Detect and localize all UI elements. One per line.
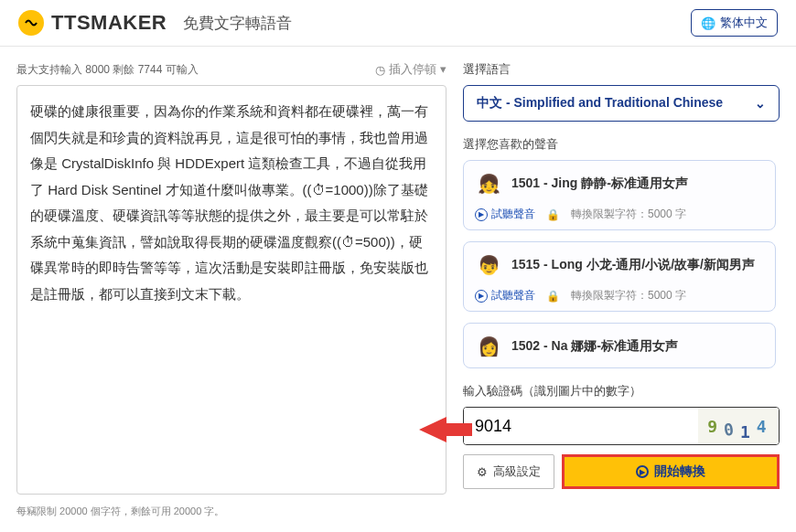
avatar: 👩 [475, 333, 502, 360]
globe-icon: 🌐 [701, 16, 715, 30]
clock-icon: ◷ [375, 63, 385, 77]
char-limit-text: 最大支持輸入 8000 剩餘 7744 可輸入 [16, 62, 199, 78]
highlight-arrow-icon [419, 413, 474, 446]
insert-pause-button[interactable]: ◷ 插入停頓 ▾ [375, 61, 446, 78]
play-icon: ▶ [475, 208, 488, 221]
brand-logo: TTSMAKER [18, 10, 167, 36]
captcha-digit: 0 [723, 419, 738, 440]
language-select-value: 中文 - Simplified and Traditional Chinese [477, 95, 723, 112]
logo-icon [18, 10, 44, 36]
voice-name: 1515 - Long 小龙-通用/小说/故事/新闻男声 [511, 257, 755, 273]
footer-limit-note: 每竊限制 20000 個字符，剩餘可用 20000 字。 [16, 505, 446, 518]
language-switch-label: 繁体中文 [720, 15, 768, 31]
lock-icon: 🔒 [546, 290, 560, 303]
language-switch-button[interactable]: 🌐 繁体中文 [691, 9, 778, 37]
preview-voice-button[interactable]: ▶ 試聽聲音 [475, 207, 535, 222]
sliders-icon: ⚙ [477, 465, 488, 479]
voice-char-limit: 轉換限製字符：5000 字 [571, 288, 686, 303]
captcha-image: 9 0 1 4 [698, 408, 779, 444]
advanced-settings-button[interactable]: ⚙ 高級設定 [463, 454, 554, 489]
avatar: 👦 [475, 251, 502, 279]
preview-label: 試聽聲音 [491, 288, 535, 303]
voice-card[interactable]: 👧 1501 - Jing 静静-标准通用女声 ▶ 試聽聲音 🔒 轉換限製字符：… [463, 160, 776, 230]
captcha-input[interactable] [464, 408, 698, 444]
captcha-digit: 1 [740, 422, 753, 442]
start-convert-button[interactable]: ▶ 開始轉換 [562, 454, 780, 489]
brand-text: TTSMAKER [51, 11, 167, 35]
captcha-digit: 9 [707, 417, 720, 436]
avatar: 👧 [475, 170, 502, 197]
preview-label: 試聽聲音 [491, 207, 535, 222]
advanced-settings-label: 高級設定 [493, 463, 541, 480]
svg-marker-0 [419, 417, 472, 442]
page-subtitle: 免費文字轉語音 [183, 13, 292, 34]
captcha-digit: 4 [757, 417, 769, 436]
language-section-label: 選擇語言 [463, 61, 780, 78]
insert-pause-label: 插入停頓 ▾ [389, 61, 446, 78]
captcha-label: 輸入驗證碼（識別圖片中的數字） [463, 383, 780, 399]
voice-section-label: 選擇您喜歡的聲音 [463, 136, 780, 153]
play-circle-icon: ▶ [636, 465, 649, 478]
text-input[interactable] [16, 85, 446, 495]
voice-card[interactable]: 👦 1515 - Long 小龙-通用/小说/故事/新闻男声 ▶ 試聽聲音 🔒 … [463, 241, 776, 312]
voice-card[interactable]: 👩 1502 - Na 娜娜-标准通用女声 [463, 323, 776, 368]
voice-char-limit: 轉換限製字符：5000 字 [571, 207, 686, 222]
start-convert-label: 開始轉換 [654, 463, 705, 480]
language-select[interactable]: 中文 - Simplified and Traditional Chinese … [463, 85, 780, 122]
play-icon: ▶ [475, 290, 488, 303]
lock-icon: 🔒 [546, 208, 560, 221]
voice-name: 1501 - Jing 静静-标准通用女声 [511, 176, 688, 192]
preview-voice-button[interactable]: ▶ 試聽聲音 [475, 288, 535, 303]
voice-name: 1502 - Na 娜娜-标准通用女声 [511, 338, 678, 355]
voice-list[interactable]: 👧 1501 - Jing 静静-标准通用女声 ▶ 試聽聲音 🔒 轉換限製字符：… [463, 160, 780, 372]
chevron-down-icon: ⌄ [755, 96, 766, 111]
